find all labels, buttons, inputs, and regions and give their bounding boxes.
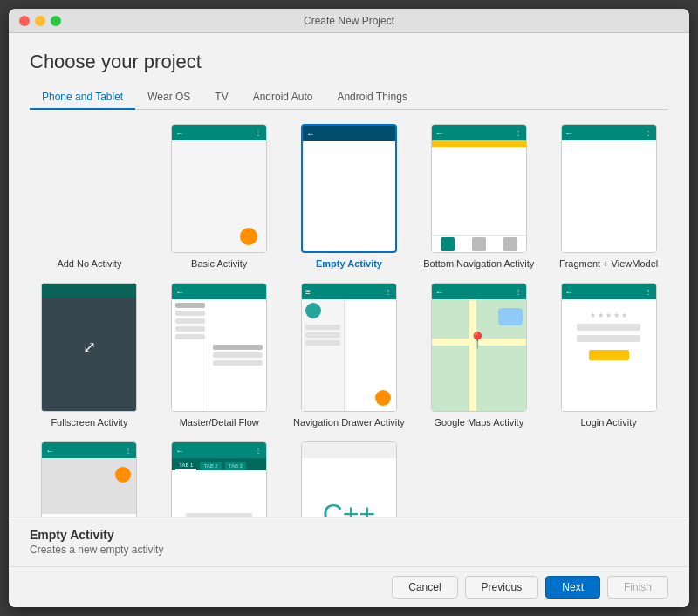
page-title: Choose your project xyxy=(30,51,668,73)
bottom-nav-preview: ← ⋮ xyxy=(431,124,527,253)
login-field-2 xyxy=(577,335,641,342)
login-bar: ← ⋮ xyxy=(562,284,656,299)
md-detail xyxy=(209,299,266,411)
md-line-2 xyxy=(175,311,205,316)
title-bar: Create New Project xyxy=(9,9,689,33)
login-screen: ★ ★ ★ ★ ★ xyxy=(562,299,656,411)
basic-activity-label: Basic Activity xyxy=(191,258,247,269)
tab-content-line1 xyxy=(186,513,252,517)
back-icon-empty: ← xyxy=(306,129,315,139)
dots-icon-tab: ⋮ xyxy=(255,447,263,455)
drawer-item-1 xyxy=(305,325,340,330)
fullscreen-preview: ⤢ xyxy=(41,283,137,412)
activity-grid-area: Add No Activity ← ⋮ Basic Activity xyxy=(30,124,668,517)
md-line-5 xyxy=(175,334,205,339)
dots-icon-f: ⋮ xyxy=(645,129,653,137)
drawer-item-2 xyxy=(305,332,340,338)
tab-android-auto[interactable]: Android Auto xyxy=(241,86,325,110)
maps-label: Google Maps Activity xyxy=(434,417,524,428)
scroll-top-bar: ← ⋮ xyxy=(42,442,136,458)
back-icon-f: ← xyxy=(565,128,574,138)
activity-scrolling[interactable]: ← ⋮ Scrolling Activity xyxy=(30,441,149,517)
md-line-1 xyxy=(175,303,205,308)
cancel-button[interactable]: Cancel xyxy=(392,576,457,599)
nd-fab xyxy=(375,390,391,406)
login-btn xyxy=(589,350,629,360)
minimize-button[interactable] xyxy=(35,16,45,26)
star-5: ★ xyxy=(621,311,627,319)
tab-prev-1: TAB 1 xyxy=(175,462,196,470)
activity-maps[interactable]: ← ⋮ 📍 Google Maps Activity xyxy=(419,283,538,428)
empty-activity-preview: ← xyxy=(301,124,397,253)
maximize-button[interactable] xyxy=(51,16,61,26)
dots-icon-maps: ⋮ xyxy=(515,288,523,296)
fragment-screen xyxy=(562,140,656,252)
md-line-3 xyxy=(175,318,205,324)
md-detail-line1 xyxy=(213,345,263,350)
activity-bottom-nav[interactable]: ← ⋮ Bottom Navigation Activity xyxy=(419,124,538,269)
activity-empty[interactable]: ← Empty Activity xyxy=(290,124,409,269)
nd-screen xyxy=(302,299,396,411)
nd-bar: ≡ ⋮ xyxy=(302,284,396,299)
drawer-avatar xyxy=(305,303,321,318)
md-screen xyxy=(172,299,266,411)
selected-activity-title: Empty Activity xyxy=(30,528,668,542)
activity-add-no-activity[interactable]: Add No Activity xyxy=(30,124,149,269)
dots-icon-scroll: ⋮ xyxy=(125,447,133,455)
tab-phone-tablet[interactable]: Phone and Tablet xyxy=(30,86,135,110)
activity-basic[interactable]: ← ⋮ Basic Activity xyxy=(160,124,279,269)
basic-bar: ← ⋮ xyxy=(172,125,266,140)
back-icon-login: ← xyxy=(565,287,574,297)
activity-fullscreen[interactable]: ⤢ Fullscreen Activity xyxy=(30,283,149,428)
nav-drawer-label: Navigation Drawer Activity xyxy=(293,417,405,428)
fullscreen-screen: ⤢ xyxy=(42,284,136,411)
tabs-bar: Phone and Tablet Wear OS TV Android Auto… xyxy=(30,86,668,110)
road-v xyxy=(469,299,476,411)
md-line-4 xyxy=(175,326,205,332)
fragment-preview: ← ⋮ xyxy=(561,124,657,253)
master-detail-preview: ← xyxy=(171,283,267,412)
activity-tabbed[interactable]: ← ⋮ TAB 1 TAB 2 TAB 3 Tabbed xyxy=(160,441,279,517)
basic-fab xyxy=(240,228,257,245)
cpp-preview: C++ xyxy=(301,441,397,517)
previous-button[interactable]: Previous xyxy=(465,576,539,599)
bottom-nav-icons xyxy=(432,235,526,252)
activity-fragment[interactable]: ← ⋮ Fragment + ViewModel xyxy=(549,124,668,269)
bottom-info: Empty Activity Creates a new empty activ… xyxy=(9,517,689,566)
bottom-nav-label: Bottom Navigation Activity xyxy=(423,258,534,269)
basic-screen xyxy=(172,140,266,252)
cpp-bar xyxy=(302,442,396,458)
tabbed-screen xyxy=(172,470,266,517)
star-3: ★ xyxy=(606,311,612,319)
finish-button[interactable]: Finish xyxy=(607,576,668,599)
nav-icon-3 xyxy=(503,237,517,251)
drawer-panel xyxy=(302,299,345,411)
back-icon: ← xyxy=(175,128,184,138)
next-button[interactable]: Next xyxy=(545,576,600,599)
activity-cpp[interactable]: C++ Native C++ xyxy=(290,441,409,517)
traffic-lights xyxy=(19,16,61,26)
activity-master-detail[interactable]: ← xyxy=(160,283,279,428)
nav-icon-1 xyxy=(441,237,455,251)
login-stars: ★ ★ ★ ★ ★ xyxy=(590,311,627,319)
back-icon-bn: ← xyxy=(435,128,444,138)
scroll-white-area xyxy=(42,514,136,517)
fragment-label: Fragment + ViewModel xyxy=(559,258,658,269)
tabbed-preview: ← ⋮ TAB 1 TAB 2 TAB 3 xyxy=(171,441,267,517)
tab-android-things[interactable]: Android Things xyxy=(325,86,420,110)
star-1: ★ xyxy=(590,311,596,319)
empty-activity-label: Empty Activity xyxy=(316,258,382,269)
activity-login[interactable]: ← ⋮ ★ ★ ★ ★ ★ xyxy=(549,283,668,428)
dots-icon: ⋮ xyxy=(255,129,263,137)
expand-icon: ⤢ xyxy=(83,338,96,357)
tab-wear-os[interactable]: Wear OS xyxy=(135,86,202,110)
empty-bar: ← xyxy=(303,126,395,141)
tab-tv[interactable]: TV xyxy=(202,86,240,110)
master-detail-label: Master/Detail Flow xyxy=(180,417,259,428)
tab-prev-3: TAB 3 xyxy=(225,462,246,470)
map-pin: 📍 xyxy=(468,331,487,350)
close-button[interactable] xyxy=(19,16,30,26)
scroll-fab xyxy=(115,467,131,483)
login-preview: ← ⋮ ★ ★ ★ ★ ★ xyxy=(561,283,657,412)
activity-nav-drawer[interactable]: ≡ ⋮ xyxy=(290,283,409,428)
